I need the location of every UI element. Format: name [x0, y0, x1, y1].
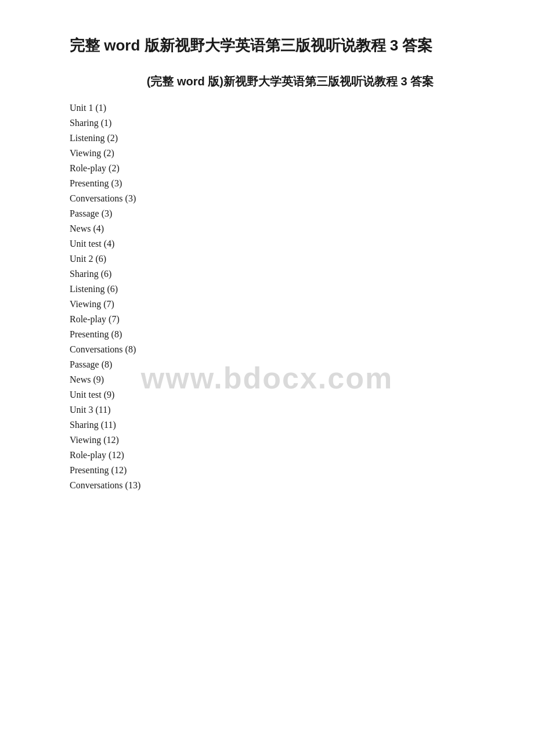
toc-item: Viewing (7) [70, 300, 488, 309]
toc-item: Role-play (7) [70, 315, 488, 324]
toc-item: Viewing (12) [70, 435, 488, 445]
toc-list: Unit 1 (1)Sharing (1)Listening (2)Viewin… [70, 103, 488, 490]
toc-item: Conversations (3) [70, 194, 488, 203]
toc-item: Presenting (12) [70, 466, 488, 475]
toc-item: Presenting (8) [70, 330, 488, 339]
toc-item: Sharing (11) [70, 420, 488, 430]
toc-item: News (9) [70, 375, 488, 384]
toc-item: Unit 3 (11) [70, 405, 488, 415]
sub-title: (完整 word 版)新视野大学英语第三版视听说教程 3 答案 [70, 73, 488, 89]
page-container: 完整 word 版新视野大学英语第三版视听说教程 3 答案 (完整 word 版… [0, 0, 534, 531]
toc-item: Role-play (12) [70, 451, 488, 460]
main-title: 完整 word 版新视野大学英语第三版视听说教程 3 答案 [70, 35, 488, 56]
toc-item: Conversations (13) [70, 481, 488, 490]
toc-item: Unit test (9) [70, 390, 488, 399]
toc-item: Sharing (6) [70, 269, 488, 279]
toc-item: Passage (3) [70, 209, 488, 218]
toc-item: Unit 1 (1) [70, 103, 488, 113]
toc-item: Listening (2) [70, 134, 488, 143]
toc-item: Role-play (2) [70, 164, 488, 173]
toc-item: Unit 2 (6) [70, 254, 488, 264]
toc-item: Sharing (1) [70, 118, 488, 128]
toc-item: Conversations (8) [70, 345, 488, 354]
toc-item: Passage (8) [70, 360, 488, 369]
toc-item: Listening (6) [70, 285, 488, 294]
toc-item: Unit test (4) [70, 239, 488, 249]
toc-item: News (4) [70, 224, 488, 233]
toc-item: Viewing (2) [70, 149, 488, 158]
toc-item: Presenting (3) [70, 179, 488, 188]
